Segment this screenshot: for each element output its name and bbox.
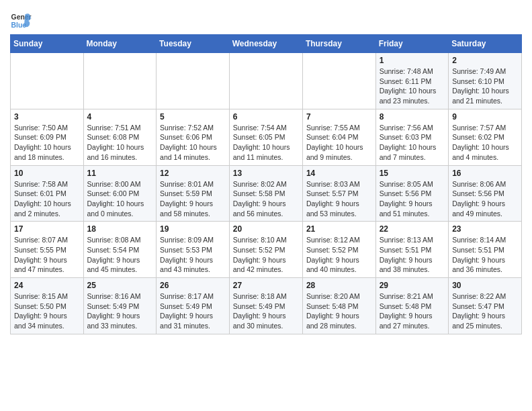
day-number: 5 [160, 112, 226, 122]
weekday-header-cell: Monday [83, 35, 157, 53]
calendar-day-cell: 17Sunrise: 8:07 AM Sunset: 5:55 PM Dayli… [11, 222, 84, 278]
weekday-header-cell: Tuesday [157, 35, 230, 53]
day-number: 17 [14, 224, 80, 234]
day-info: Sunrise: 7:49 AM Sunset: 6:10 PM Dayligh… [452, 66, 518, 106]
day-number: 2 [452, 56, 518, 65]
calendar-day-cell: 18Sunrise: 8:08 AM Sunset: 5:54 PM Dayli… [83, 222, 157, 278]
day-number: 16 [452, 169, 518, 178]
day-number: 14 [306, 169, 372, 178]
day-info: Sunrise: 8:03 AM Sunset: 5:57 PM Dayligh… [306, 179, 372, 219]
day-info: Sunrise: 8:00 AM Sunset: 6:00 PM Dayligh… [87, 179, 153, 219]
day-number: 28 [306, 281, 372, 290]
day-info: Sunrise: 8:09 AM Sunset: 5:53 PM Dayligh… [160, 235, 226, 275]
calendar-day-cell: 28Sunrise: 8:20 AM Sunset: 5:48 PM Dayli… [302, 278, 375, 334]
day-number: 9 [452, 112, 518, 122]
day-info: Sunrise: 7:57 AM Sunset: 6:02 PM Dayligh… [452, 123, 518, 163]
day-number: 10 [14, 169, 80, 178]
day-number: 27 [233, 281, 299, 290]
day-info: Sunrise: 7:55 AM Sunset: 6:04 PM Dayligh… [306, 123, 372, 163]
day-number: 22 [380, 224, 445, 234]
day-info: Sunrise: 8:14 AM Sunset: 5:51 PM Dayligh… [452, 235, 518, 275]
day-info: Sunrise: 8:17 AM Sunset: 5:49 PM Dayligh… [160, 291, 226, 331]
calendar-day-cell: 1Sunrise: 7:48 AM Sunset: 6:11 PM Daylig… [375, 53, 449, 109]
day-number: 20 [233, 224, 299, 234]
day-info: Sunrise: 8:16 AM Sunset: 5:49 PM Dayligh… [87, 291, 153, 331]
calendar-day-cell: 9Sunrise: 7:57 AM Sunset: 6:02 PM Daylig… [449, 109, 522, 165]
calendar-day-cell: 15Sunrise: 8:05 AM Sunset: 5:56 PM Dayli… [375, 165, 449, 222]
day-info: Sunrise: 8:13 AM Sunset: 5:51 PM Dayligh… [380, 235, 445, 275]
calendar-day-cell: 29Sunrise: 8:21 AM Sunset: 5:48 PM Dayli… [375, 278, 449, 334]
svg-text:Blue: Blue [11, 21, 27, 29]
calendar-day-cell: 21Sunrise: 8:12 AM Sunset: 5:52 PM Dayli… [302, 222, 375, 278]
calendar-day-cell [229, 53, 302, 109]
day-info: Sunrise: 8:18 AM Sunset: 5:49 PM Dayligh… [233, 291, 299, 331]
calendar-day-cell: 5Sunrise: 7:52 AM Sunset: 6:06 PM Daylig… [157, 109, 230, 165]
weekday-header-cell: Thursday [302, 35, 375, 53]
day-number: 6 [233, 112, 299, 122]
day-info: Sunrise: 7:56 AM Sunset: 6:03 PM Dayligh… [380, 123, 445, 163]
calendar-day-cell: 26Sunrise: 8:17 AM Sunset: 5:49 PM Dayli… [157, 278, 230, 334]
calendar-day-cell: 10Sunrise: 7:58 AM Sunset: 6:01 PM Dayli… [11, 165, 84, 222]
calendar-day-cell: 11Sunrise: 8:00 AM Sunset: 6:00 PM Dayli… [83, 165, 157, 222]
day-number: 26 [160, 281, 226, 290]
logo-icon: General Blue [10, 10, 32, 32]
day-info: Sunrise: 8:01 AM Sunset: 5:59 PM Dayligh… [160, 179, 226, 219]
day-number: 4 [87, 112, 153, 122]
day-number: 25 [87, 281, 153, 290]
day-info: Sunrise: 8:08 AM Sunset: 5:54 PM Dayligh… [87, 235, 153, 275]
day-number: 18 [87, 224, 153, 234]
logo: General Blue [10, 10, 34, 32]
day-number: 19 [160, 224, 226, 234]
day-info: Sunrise: 7:54 AM Sunset: 6:05 PM Dayligh… [233, 123, 299, 163]
calendar-day-cell: 8Sunrise: 7:56 AM Sunset: 6:03 PM Daylig… [375, 109, 449, 165]
day-info: Sunrise: 7:50 AM Sunset: 6:09 PM Dayligh… [14, 123, 80, 163]
day-info: Sunrise: 8:02 AM Sunset: 5:58 PM Dayligh… [233, 179, 299, 219]
day-number: 7 [306, 112, 372, 122]
calendar-day-cell: 23Sunrise: 8:14 AM Sunset: 5:51 PM Dayli… [449, 222, 522, 278]
calendar-day-cell: 3Sunrise: 7:50 AM Sunset: 6:09 PM Daylig… [11, 109, 84, 165]
calendar-week-row: 17Sunrise: 8:07 AM Sunset: 5:55 PM Dayli… [11, 222, 522, 278]
day-number: 21 [306, 224, 372, 234]
day-info: Sunrise: 8:22 AM Sunset: 5:47 PM Dayligh… [452, 291, 518, 331]
day-info: Sunrise: 7:48 AM Sunset: 6:11 PM Dayligh… [380, 66, 445, 106]
day-info: Sunrise: 7:52 AM Sunset: 6:06 PM Dayligh… [160, 123, 226, 163]
day-info: Sunrise: 8:21 AM Sunset: 5:48 PM Dayligh… [380, 291, 445, 331]
day-info: Sunrise: 8:10 AM Sunset: 5:52 PM Dayligh… [233, 235, 299, 275]
day-number: 23 [452, 224, 518, 234]
calendar-day-cell: 13Sunrise: 8:02 AM Sunset: 5:58 PM Dayli… [229, 165, 302, 222]
calendar-day-cell: 30Sunrise: 8:22 AM Sunset: 5:47 PM Dayli… [449, 278, 522, 334]
day-info: Sunrise: 8:06 AM Sunset: 5:56 PM Dayligh… [452, 179, 518, 219]
calendar-table: SundayMondayTuesdayWednesdayThursdayFrid… [10, 34, 522, 334]
calendar-day-cell [11, 53, 84, 109]
calendar-day-cell: 2Sunrise: 7:49 AM Sunset: 6:10 PM Daylig… [449, 53, 522, 109]
day-number: 15 [380, 169, 445, 178]
calendar-body: 1Sunrise: 7:48 AM Sunset: 6:11 PM Daylig… [11, 53, 522, 334]
day-info: Sunrise: 8:05 AM Sunset: 5:56 PM Dayligh… [380, 179, 445, 219]
day-number: 13 [233, 169, 299, 178]
day-number: 29 [380, 281, 445, 290]
day-number: 3 [14, 112, 80, 122]
calendar-week-row: 24Sunrise: 8:15 AM Sunset: 5:50 PM Dayli… [11, 278, 522, 334]
calendar-week-row: 1Sunrise: 7:48 AM Sunset: 6:11 PM Daylig… [11, 53, 522, 109]
page-header: General Blue [10, 10, 522, 32]
day-number: 11 [87, 169, 153, 178]
weekday-header-cell: Friday [375, 35, 449, 53]
day-info: Sunrise: 7:58 AM Sunset: 6:01 PM Dayligh… [14, 179, 80, 219]
day-info: Sunrise: 8:15 AM Sunset: 5:50 PM Dayligh… [14, 291, 80, 331]
day-number: 24 [14, 281, 80, 290]
day-info: Sunrise: 8:12 AM Sunset: 5:52 PM Dayligh… [306, 235, 372, 275]
calendar-day-cell [157, 53, 230, 109]
calendar-day-cell: 6Sunrise: 7:54 AM Sunset: 6:05 PM Daylig… [229, 109, 302, 165]
day-number: 12 [160, 169, 226, 178]
weekday-header-cell: Sunday [11, 35, 84, 53]
day-number: 1 [380, 56, 445, 65]
calendar-day-cell: 7Sunrise: 7:55 AM Sunset: 6:04 PM Daylig… [302, 109, 375, 165]
weekday-header-cell: Saturday [449, 35, 522, 53]
day-number: 8 [380, 112, 445, 122]
calendar-day-cell: 24Sunrise: 8:15 AM Sunset: 5:50 PM Dayli… [11, 278, 84, 334]
calendar-day-cell: 4Sunrise: 7:51 AM Sunset: 6:08 PM Daylig… [83, 109, 157, 165]
calendar-day-cell [83, 53, 157, 109]
calendar-day-cell: 16Sunrise: 8:06 AM Sunset: 5:56 PM Dayli… [449, 165, 522, 222]
calendar-week-row: 3Sunrise: 7:50 AM Sunset: 6:09 PM Daylig… [11, 109, 522, 165]
calendar-day-cell: 27Sunrise: 8:18 AM Sunset: 5:49 PM Dayli… [229, 278, 302, 334]
